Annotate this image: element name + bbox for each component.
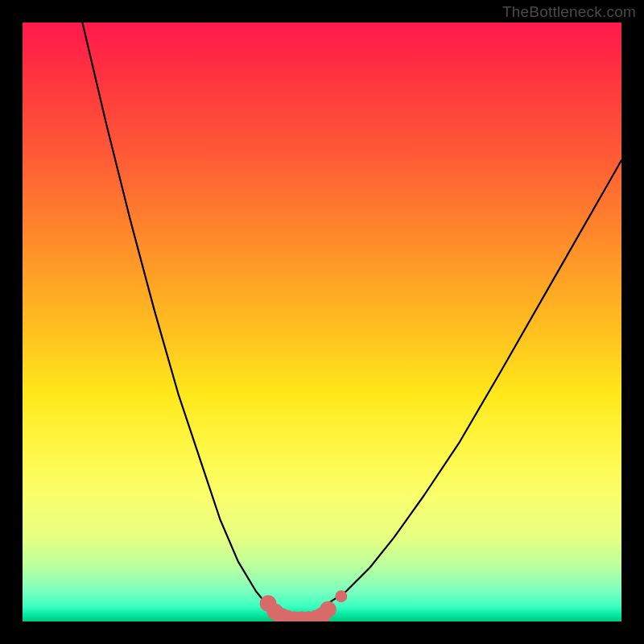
plot-area bbox=[23, 23, 621, 621]
bottleneck-curve-svg bbox=[23, 23, 621, 621]
bottleneck-marker bbox=[335, 590, 347, 602]
bottleneck-curve bbox=[82, 23, 621, 620]
chart-frame: TheBottleneck.com bbox=[0, 0, 644, 644]
attribution-watermark: TheBottleneck.com bbox=[502, 3, 636, 21]
bottleneck-marker bbox=[320, 601, 336, 618]
